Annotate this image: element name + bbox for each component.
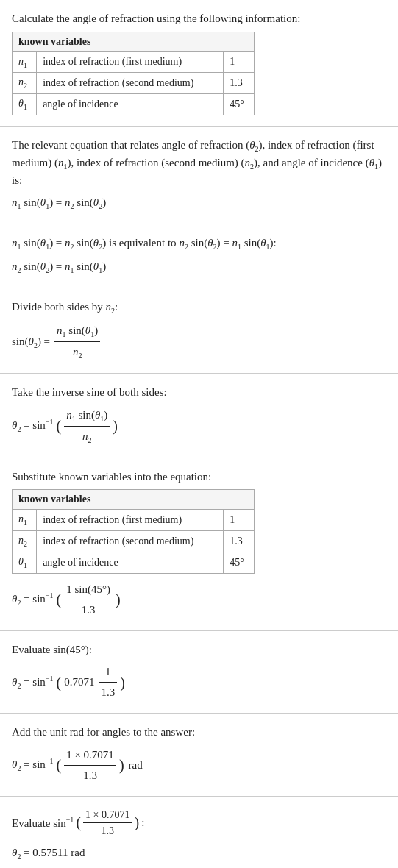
table-header-row: known variables — [13, 32, 255, 51]
symbol-cell: θ1 — [13, 94, 37, 115]
section-eval-arcsin: Evaluate sin−1 ( 1 × 0.7071 1.3 ) : θ2 =… — [0, 797, 398, 868]
section-rearrange: n1 sin(θ1) = n2 sin(θ2) is equivalent to… — [0, 224, 398, 288]
section9-text: Evaluate sin−1 ( 1 × 0.7071 1.3 ) : — [12, 807, 386, 839]
val-cell: 1 — [224, 51, 255, 73]
section-relevant-equation: The relevant equation that relates angle… — [0, 127, 398, 225]
equation-8: θ2 = sin−1 ( 1 × 0.7071 1.3 ) rad — [12, 745, 386, 786]
desc-cell: index of refraction (first medium) — [37, 510, 224, 531]
table-row: n1 index of refraction (first medium) 1 — [13, 510, 255, 531]
symbol-cell: n2 — [13, 73, 37, 94]
section4-text: Divide both sides by n2: — [12, 299, 386, 316]
equation-3: n2 sin(θ2) = n1 sin(θ1) — [12, 257, 386, 277]
desc-cell: index of refraction (second medium) — [37, 531, 224, 552]
symbol-cell: θ1 — [13, 552, 37, 573]
symbol-cell: n1 — [13, 51, 37, 73]
section3-text: n1 sin(θ1) = n2 sin(θ2) is equivalent to… — [12, 235, 386, 252]
symbol-cell: n1 — [13, 510, 37, 531]
known-variables-label-2: known variables — [13, 490, 255, 510]
table-row: n1 index of refraction (first medium) 1 — [13, 51, 255, 73]
table-header-row: known variables — [13, 490, 255, 510]
val-cell: 45° — [224, 552, 255, 573]
val-cell: 45° — [224, 94, 255, 115]
symbol-cell: n2 — [13, 531, 37, 552]
equation-6: θ2 = sin−1 ( 1 sin(45°) 1.3 ) — [12, 580, 386, 620]
equation-4: sin(θ2) = n1 sin(θ1) n2 — [12, 321, 386, 363]
section-eval-sin: Evaluate sin(45°): θ2 = sin−1 ( 0.7071 1… — [0, 631, 398, 714]
table-row: n2 index of refraction (second medium) 1… — [13, 531, 255, 552]
section6-text: Substitute known variables into the equa… — [12, 469, 386, 485]
val-cell: 1.3 — [224, 73, 255, 94]
equation-7: θ2 = sin−1 ( 0.7071 1 1.3 ) — [12, 662, 386, 702]
section8-text: Add the unit rad for angles to the answe… — [12, 724, 386, 741]
section-substitute: Substitute known variables into the equa… — [0, 458, 398, 631]
section-add-unit: Add the unit rad for angles to the answe… — [0, 714, 398, 797]
header-text: Calculate the angle of refraction using … — [12, 10, 386, 27]
table-row: n2 index of refraction (second medium) 1… — [13, 73, 255, 94]
equation-5: θ2 = sin−1 ( n1 sin(θ1) n2 ) — [12, 405, 386, 447]
table-row: θ1 angle of incidence 45° — [13, 552, 255, 573]
section-header: Calculate the angle of refraction using … — [0, 0, 398, 127]
section5-text: Take the inverse sine of both sides: — [12, 384, 386, 401]
section-divide: Divide both sides by n2: sin(θ2) = n1 si… — [0, 288, 398, 374]
desc-cell: angle of incidence — [37, 552, 224, 573]
section7-text: Evaluate sin(45°): — [12, 641, 386, 658]
equation-2: n1 sin(θ1) = n2 sin(θ2) — [12, 193, 386, 213]
val-cell: 1 — [224, 510, 255, 531]
equation-9: θ2 = 0.57511 rad — [12, 843, 386, 864]
desc-cell: index of refraction (first medium) — [37, 51, 224, 73]
desc-cell: index of refraction (second medium) — [37, 73, 224, 94]
section-inverse-sine: Take the inverse sine of both sides: θ2 … — [0, 374, 398, 458]
table-row: θ1 angle of incidence 45° — [13, 94, 255, 115]
desc-cell: angle of incidence — [37, 94, 224, 115]
section2-text: The relevant equation that relates angle… — [12, 137, 386, 189]
known-variables-table-1: known variables n1 index of refraction (… — [12, 32, 255, 115]
known-variables-table-2: known variables n1 index of refraction (… — [12, 489, 255, 573]
val-cell: 1.3 — [224, 531, 255, 552]
known-variables-label-1: known variables — [13, 32, 255, 51]
